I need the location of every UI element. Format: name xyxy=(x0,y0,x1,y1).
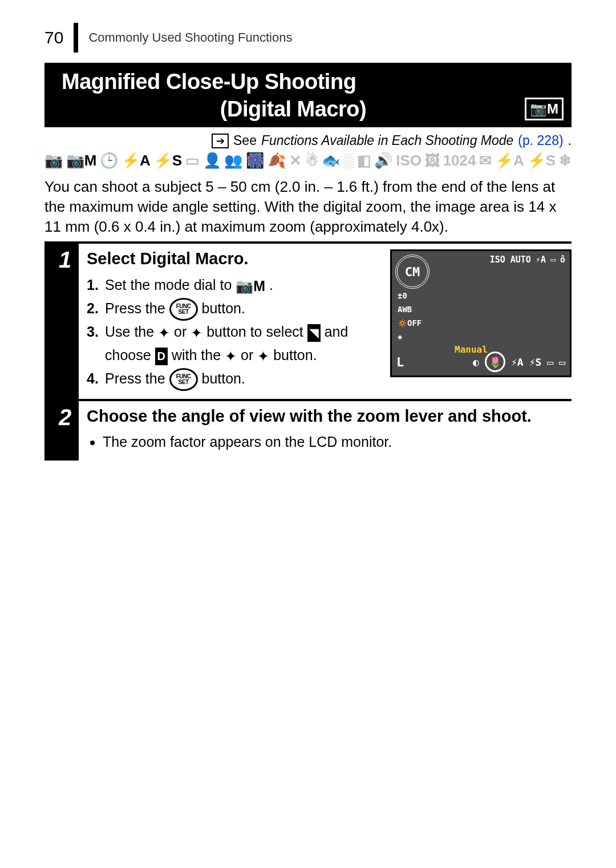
arrow-right-icon: ✦ xyxy=(257,345,269,368)
macro-d-box-icon: D xyxy=(155,348,168,365)
camera-m-icon: 📷M xyxy=(236,275,265,297)
lcd-size-icon: L xyxy=(396,355,404,369)
lcd-icon: 🔅OFF xyxy=(398,318,422,328)
lcd-top-right-icons: ISO AUTO ⚡A ▭ ô xyxy=(490,255,565,265)
bullet-item: The zoom factor appears on the LCD monit… xyxy=(103,431,572,452)
mode-icon-disabled: ⚡A xyxy=(495,153,524,168)
lcd-icon: ISO AUTO xyxy=(490,255,531,265)
mode-icon-disabled: ❄ xyxy=(559,153,572,168)
page-number: 70 xyxy=(44,28,63,47)
mode-icon-disabled: ◧ xyxy=(357,153,371,168)
mode-icon-disabled: 🍂 xyxy=(268,153,286,168)
breadcrumb: Commonly Used Shooting Functions xyxy=(88,30,292,45)
mode-icon-disabled: ▭ xyxy=(185,153,200,168)
mode-icon-disabled: 🎆 xyxy=(246,153,264,168)
substep-list: 1. Set the mode dial to 📷M . 2. Press th… xyxy=(87,274,383,391)
func-set-button-icon: FUNCSET xyxy=(169,298,198,321)
mode-icon: 🕒 xyxy=(100,153,118,168)
digital-macro-icon: ◥ xyxy=(307,324,321,342)
lcd-icon: ◐ xyxy=(473,356,479,368)
mode-icon-disabled: ⚡S xyxy=(528,153,556,168)
shooting-mode-row: 📷 📷M 🕒 ⚡A ⚡S ▭ 👤 👥 🎆 🍂 ✕ ☃ 🐟 ░ ◧ 🔊 ISO 🖼… xyxy=(44,153,572,168)
lcd-icon: ±0 xyxy=(398,291,422,300)
mode-icon: 📷M xyxy=(66,153,97,168)
lcd-icon: ô xyxy=(560,255,565,265)
mode-icon-disabled: 🖼 xyxy=(425,153,440,168)
substep: 1. Set the mode dial to 📷M . xyxy=(87,274,383,297)
mode-icon-disabled: ░ xyxy=(343,153,353,168)
section-title-line2: (Digital Macro) xyxy=(220,96,366,123)
manual-page: 70 Commonly Used Shooting Functions Magn… xyxy=(0,0,616,868)
see-also-period: . xyxy=(568,133,572,148)
see-also-text: Functions Available in Each Shooting Mod… xyxy=(261,133,513,148)
section-title-line1: Magnified Close-Up Shooting xyxy=(62,68,564,96)
mode-icon-disabled: ✕ xyxy=(289,153,302,168)
step-number: 1 xyxy=(51,244,79,399)
mode-icon: 📷 xyxy=(44,153,63,168)
lcd-icon: ⚡A xyxy=(511,356,524,368)
mode-icon-disabled: 🔊 xyxy=(374,153,392,168)
mode-icon-disabled: 👥 xyxy=(224,153,242,168)
lcd-icon: ▭ xyxy=(547,356,553,368)
lcd-icon: AWB xyxy=(398,305,422,314)
lcd-icon: ▭ xyxy=(559,356,565,368)
lcd-icon: ⚡S xyxy=(529,356,542,368)
mode-icon-disabled: 1024 xyxy=(443,153,476,168)
lcd-selected-mode: CM xyxy=(395,255,429,289)
step-heading: Select Digital Macro. xyxy=(87,249,383,268)
lcd-bottom-row: L ◐ 🌷 ⚡A ⚡S ▭ ▭ xyxy=(396,352,565,372)
header-divider xyxy=(74,23,78,53)
camera-m-icon: 📷M xyxy=(525,98,564,120)
step-bullets: The zoom factor appears on the LCD monit… xyxy=(87,431,572,452)
see-also-page-ref[interactable]: (p. 228) xyxy=(518,133,563,148)
see-also-line: ➔ See Functions Available in Each Shooti… xyxy=(44,133,572,148)
steps-container: 1 Select Digital Macro. 1. Set the mode … xyxy=(44,241,572,460)
substep: 4. Press the FUNCSET button. xyxy=(87,368,383,391)
arrow-left-icon: ✦ xyxy=(225,345,237,368)
mode-icon-disabled: 🐟 xyxy=(322,153,340,168)
arrow-up-icon: ✦ xyxy=(158,322,170,344)
see-also-prefix: See xyxy=(233,133,257,148)
arrow-down-icon: ✦ xyxy=(191,322,202,344)
section-title-block: Magnified Close-Up Shooting (Digital Mac… xyxy=(44,63,572,127)
lcd-icon: ◈ xyxy=(398,332,422,341)
lcd-icon: ▭ xyxy=(550,255,556,265)
mode-icon-disabled: 👤 xyxy=(203,153,221,168)
step-2: 2 Choose the angle of view with the zoom… xyxy=(51,399,572,460)
mode-icon-disabled: ✉ xyxy=(479,153,492,168)
mode-icon-disabled: ☃ xyxy=(305,153,318,168)
page-header: 70 Commonly Used Shooting Functions xyxy=(44,23,572,53)
step-heading: Choose the angle of view with the zoom l… xyxy=(87,407,572,426)
lcd-preview: CM ISO AUTO ⚡A ▭ ô ±0 AWB 🔅OFF ◈ xyxy=(390,249,572,377)
mode-icon-disabled: ISO xyxy=(396,153,422,168)
mode-icon: ⚡A xyxy=(121,153,151,168)
mode-icon: ⚡S xyxy=(154,153,182,168)
step-1: 1 Select Digital Macro. 1. Set the mode … xyxy=(51,241,572,399)
func-set-button-icon: FUNCSET xyxy=(169,368,198,391)
step-number: 2 xyxy=(51,401,79,460)
intro-paragraph: You can shoot a subject 5 – 50 cm (2.0 i… xyxy=(44,177,572,237)
substep: 3. Use the ✦ or ✦ button to select ◥ and… xyxy=(87,321,383,368)
substep: 2. Press the FUNCSET button. xyxy=(87,297,383,321)
lcd-macro-selected-icon: 🌷 xyxy=(485,352,505,372)
arrow-right-box-icon: ➔ xyxy=(212,134,229,148)
lcd-icon: ⚡A xyxy=(536,255,546,265)
lcd-left-column: ±0 AWB 🔅OFF ◈ xyxy=(398,291,422,341)
